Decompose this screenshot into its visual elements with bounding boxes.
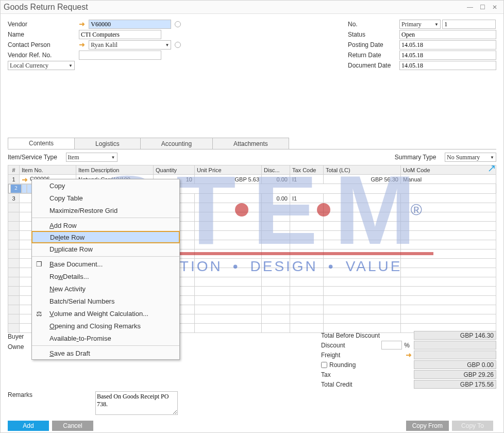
cell-disc[interactable]: 0.00 [262,194,290,203]
menu-row-details[interactable]: Row Details... [32,270,179,282]
content: Vendor Name Contact Person Ryan Kali [1,16,503,432]
menu-duplicate-row[interactable]: Duplicate Row [32,243,179,255]
close-icon[interactable]: ✕ [489,3,500,12]
cell-total[interactable] [324,194,401,203]
item-type-select[interactable]: Item [66,153,117,162]
menu-delete-row[interactable]: Delete Row [31,231,180,243]
cell-uom[interactable] [401,194,496,203]
name-label: Name [8,29,79,40]
menu-batch-serial[interactable]: Batch/Serial Numbers [32,295,179,307]
grid-subheader: Item/Service Type Item Summary Type No S… [8,149,496,165]
col-price[interactable]: Unit Price [195,165,262,175]
remarks-input[interactable] [95,391,178,415]
col-num[interactable]: # [8,165,20,175]
menu-volume-weight[interactable]: ⚖Volume and Weight Calculation... [32,307,179,320]
posting-label: Posting Date [348,40,399,50]
maximize-icon[interactable]: ☐ [477,3,488,12]
currency-value: Local Currency [10,62,48,70]
doc-input[interactable] [399,61,496,70]
cell-price[interactable]: GBP 5.63 [195,175,262,184]
no-select-value: Primary [401,21,422,28]
tab-accounting[interactable]: Accounting [140,138,213,149]
discount-pct-input[interactable] [381,341,402,349]
menu-save-draft[interactable]: Save as Draft [32,347,179,359]
menu-maximize[interactable]: Maximize/Restore Grid [32,204,179,216]
ref-input[interactable] [79,51,161,60]
summary-type-select[interactable]: No Summary [445,153,496,162]
no-select[interactable]: Primary [399,20,441,29]
item-type-label: Item/Service Type [8,154,57,161]
menu-add-row[interactable]: Add Row [32,219,179,231]
menu-copy-table[interactable]: Copy Table [32,192,179,204]
col-total[interactable]: Total (LC) [324,165,401,175]
col-item[interactable]: Item No. [20,165,76,175]
scale-icon: ⚖ [35,310,43,318]
col-disc[interactable]: Disc... [262,165,290,175]
tab-logistics[interactable]: Logistics [74,138,141,149]
contact-value: Ryan Kalil [91,41,117,49]
summary-type-label: Summary Type [395,154,436,161]
menu-copy[interactable]: Copy [32,179,179,192]
expand-icon[interactable] [488,165,495,172]
link-arrow-icon[interactable] [79,42,86,47]
currency-select[interactable]: Local Currency [8,61,75,70]
posting-input[interactable] [399,40,496,49]
header-right: No. Primary Status Posting Date Return D… [348,19,496,71]
menu-opening-closing[interactable]: Opening and Closing Remarks [32,320,179,332]
cell-uom[interactable]: Manual [401,175,496,184]
contact-label: Contact Person [8,40,79,50]
footer: Add Cancel Copy From Copy To [1,419,503,432]
tab-attachments[interactable]: Attachments [212,138,289,149]
vendor-input[interactable] [89,20,171,29]
row-num[interactable]: 2 [10,184,22,193]
status-label: Status [348,29,399,40]
col-uom[interactable]: UoM Code [401,165,496,175]
picker-icon[interactable] [175,21,181,27]
col-desc[interactable]: Item Description [76,165,154,175]
window: Goods Return Request — ☐ ✕ Vendor Name [0,0,504,433]
cell-item[interactable] [22,184,27,193]
link-arrow-icon[interactable] [406,353,413,358]
header-left: Vendor Name Contact Person Ryan Kali [8,19,181,71]
no-input[interactable] [442,20,496,29]
copy-to-button: Copy To [452,421,493,431]
cell-price[interactable] [195,194,262,203]
tabs: Contents Logistics Accounting Attachment… [8,138,496,149]
credit-label: Total Credit [321,381,352,388]
status-input [399,30,496,39]
col-qty[interactable]: Quantity [154,165,195,175]
freight-label: Freight [321,352,340,359]
name-input[interactable] [79,30,161,39]
titlebar: Goods Return Request — ☐ ✕ [1,1,503,14]
context-menu: Copy Copy Table Maximize/Restore Grid Ad… [31,179,180,360]
discount-value [414,341,496,349]
minimize-icon[interactable]: — [464,3,476,12]
menu-atp[interactable]: Available-to-Promise [32,332,179,344]
tab-contents[interactable]: Contents [8,138,75,149]
ref-label: Vendor Ref. No. [8,50,79,60]
row-num[interactable]: 3 [8,194,20,203]
menu-base-document[interactable]: ❐Base Document... [32,258,179,270]
remarks-label: Remarks [8,391,95,415]
cancel-button[interactable]: Cancel [52,421,93,431]
cell-tax[interactable]: I1 [290,194,324,203]
cell-disc[interactable]: 0.00 [262,175,290,184]
picker-icon[interactable] [175,42,181,48]
doc-label: Document Date [348,60,399,71]
row-num[interactable]: 1 [8,175,20,184]
add-button[interactable]: Add [8,421,49,431]
link-arrow-icon[interactable] [79,22,86,27]
credit-value: GBP 175.56 [414,380,496,389]
tbd-label: Total Before Discount [321,332,380,339]
col-tax[interactable]: Tax Code [290,165,324,175]
contact-select[interactable]: Ryan Kalil [89,40,171,49]
menu-new-activity[interactable]: New Activity [32,282,179,295]
no-label: No. [348,19,399,29]
rounding-label: Rounding [321,361,356,369]
window-title: Goods Return Request [4,3,88,12]
cell-tax[interactable]: I1 [290,175,324,184]
cell-total[interactable]: GBP 56.30 [324,175,401,184]
rounding-checkbox[interactable] [321,362,327,368]
return-input[interactable] [399,51,496,60]
copy-from-button[interactable]: Copy From [406,421,449,431]
